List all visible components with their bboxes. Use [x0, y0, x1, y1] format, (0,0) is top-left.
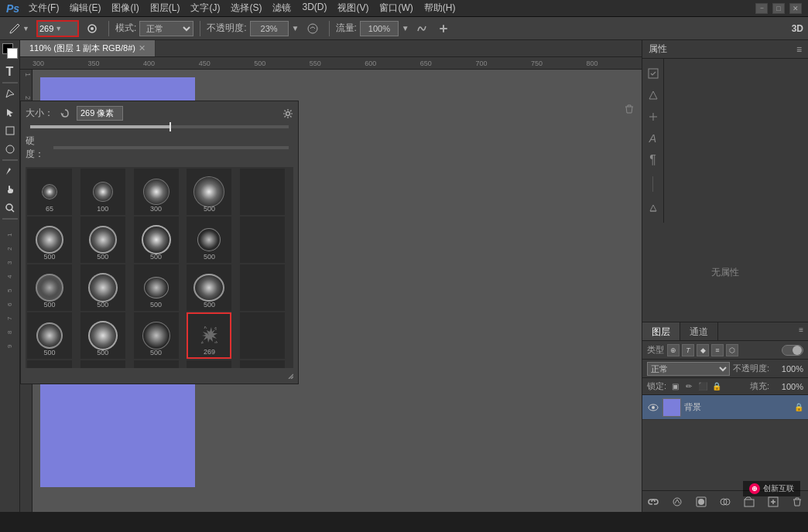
- menu-view[interactable]: 视图(V): [337, 2, 368, 15]
- lock-icon-all[interactable]: 🔒: [711, 381, 722, 392]
- lock-icon-move[interactable]: ⬛: [697, 381, 708, 392]
- layer-filter-row: 类型 ⊕ T ◆ ≡ ⬡: [642, 341, 808, 360]
- brush-item[interactable]: 500: [187, 264, 231, 311]
- menu-edit[interactable]: 编辑(E): [70, 2, 101, 15]
- reset-icon[interactable]: [60, 108, 70, 119]
- svg-line-8: [12, 210, 14, 212]
- prop-icon-1[interactable]: [645, 65, 662, 82]
- mode-select[interactable]: 正常: [139, 21, 193, 36]
- tool-text[interactable]: T: [2, 63, 19, 80]
- brush-item[interactable]: [240, 264, 285, 311]
- close-button[interactable]: ✕: [789, 3, 802, 14]
- flow-dropdown[interactable]: ▼: [402, 24, 409, 32]
- menu-window[interactable]: 窗口(W): [379, 2, 413, 15]
- toolbar-divider-1: [108, 21, 109, 36]
- brush-item[interactable]: 500: [80, 217, 125, 263]
- opacity-input[interactable]: [250, 21, 289, 36]
- menu-text[interactable]: 文字(J): [190, 2, 220, 15]
- brush-item-selected[interactable]: 269: [187, 312, 231, 359]
- brush-item[interactable]: [240, 312, 285, 359]
- layer-item[interactable]: 背景 🔒: [642, 395, 808, 420]
- svg-marker-11: [649, 91, 657, 99]
- prop-icon-4[interactable]: A: [645, 130, 662, 147]
- tab-close-button[interactable]: ✕: [139, 43, 146, 53]
- ruler-mark: 500: [254, 60, 310, 67]
- layer-mode-select[interactable]: 正常: [647, 362, 730, 376]
- extra-tool-button[interactable]: [434, 21, 453, 36]
- prop-icon-2[interactable]: [645, 87, 662, 104]
- tool-path[interactable]: [2, 85, 19, 102]
- brush-preset-button[interactable]: [82, 20, 102, 37]
- panel-resize-handle[interactable]: [284, 370, 293, 379]
- layer-visibility-toggle[interactable]: [647, 401, 659, 414]
- brush-item[interactable]: 500: [187, 217, 231, 263]
- brush-item[interactable]: 500: [134, 360, 179, 368]
- brush-item[interactable]: [240, 217, 285, 263]
- canvas-tab-active[interactable]: 110% (图层 1 副本 RGB/8#) ✕: [20, 40, 156, 56]
- menu-file[interactable]: 文件(F): [29, 2, 59, 15]
- brush-item[interactable]: [240, 169, 285, 215]
- tool-zoom[interactable]: [2, 200, 19, 217]
- layer-adjustment-button[interactable]: [717, 494, 733, 510]
- lock-icon-transparent[interactable]: ▣: [669, 381, 680, 392]
- menu-select[interactable]: 选择(S): [231, 2, 262, 15]
- brush-item[interactable]: 500: [187, 169, 231, 215]
- layer-style-button[interactable]: [669, 494, 685, 510]
- filter-icon-smart[interactable]: ⬡: [726, 344, 738, 356]
- minimize-button[interactable]: －: [755, 3, 768, 14]
- prop-icon-5[interactable]: ¶: [645, 152, 662, 169]
- flow-input[interactable]: [360, 21, 399, 36]
- brush-item[interactable]: 500: [27, 360, 72, 368]
- menu-help[interactable]: 帮助(H): [424, 2, 456, 15]
- brush-settings-icon[interactable]: [282, 108, 293, 119]
- foreground-color[interactable]: [2, 43, 18, 59]
- filter-icon-text[interactable]: T: [682, 344, 694, 356]
- brush-item[interactable]: 500: [134, 312, 179, 359]
- brush-item[interactable]: 500: [27, 312, 72, 359]
- menu-image[interactable]: 图像(I): [111, 2, 139, 15]
- tab-layers[interactable]: 图层: [642, 322, 680, 340]
- filter-toggle[interactable]: [782, 345, 803, 356]
- brush-grid: 65 100 300 500: [26, 167, 293, 368]
- brush-item[interactable]: 500: [134, 217, 179, 263]
- brush-item[interactable]: 300: [134, 169, 179, 215]
- maximize-button[interactable]: □: [772, 3, 785, 14]
- layer-link-button[interactable]: [645, 494, 661, 510]
- tool-pen[interactable]: [2, 162, 19, 179]
- opacity-label: 不透明度:: [733, 363, 769, 374]
- tool-selection[interactable]: [2, 104, 19, 121]
- brush-item[interactable]: 100: [80, 169, 125, 215]
- layers-panel-menu[interactable]: ≡: [794, 322, 808, 340]
- menu-3d[interactable]: 3D(D): [302, 2, 327, 15]
- prop-icon-3[interactable]: [645, 108, 662, 125]
- menu-filter[interactable]: 滤镜: [272, 2, 291, 15]
- layer-mask-button[interactable]: [693, 494, 709, 510]
- brush-item[interactable]: 500: [27, 217, 72, 263]
- properties-delete-icon[interactable]: [621, 101, 638, 118]
- brush-item[interactable]: [187, 360, 231, 368]
- tool-separator: [2, 82, 18, 84]
- brush-item[interactable]: [240, 360, 285, 368]
- brush-item[interactable]: 500: [80, 264, 125, 311]
- brush-tool-button[interactable]: ▼: [5, 20, 33, 37]
- brush-item[interactable]: 500: [80, 360, 125, 368]
- prop-icon-6[interactable]: [645, 200, 662, 217]
- brush-item[interactable]: 65: [27, 169, 72, 215]
- brush-item[interactable]: 500: [134, 264, 179, 311]
- smoothing-button[interactable]: [413, 21, 431, 36]
- airbrush-button[interactable]: [303, 20, 323, 37]
- filter-icon-pixel[interactable]: ⊕: [667, 344, 680, 356]
- menu-layer[interactable]: 图层(L): [150, 2, 180, 15]
- filter-icon-shape[interactable]: ◆: [697, 344, 709, 356]
- tool-ellipse[interactable]: [2, 141, 19, 158]
- brush-item[interactable]: 500: [80, 312, 125, 359]
- tool-hand[interactable]: [2, 181, 19, 198]
- filter-icon-adjustment[interactable]: ≡: [711, 344, 724, 356]
- tab-channels[interactable]: 通道: [680, 322, 718, 340]
- opacity-dropdown[interactable]: ▼: [292, 24, 300, 32]
- properties-menu-icon[interactable]: ≡: [796, 44, 802, 55]
- tab-title: 110% (图层 1 副本 RGB/8#): [29, 43, 135, 54]
- brush-item[interactable]: 500: [27, 264, 72, 311]
- tool-shape[interactable]: [2, 122, 19, 139]
- lock-icon-paint[interactable]: ✏: [683, 381, 694, 392]
